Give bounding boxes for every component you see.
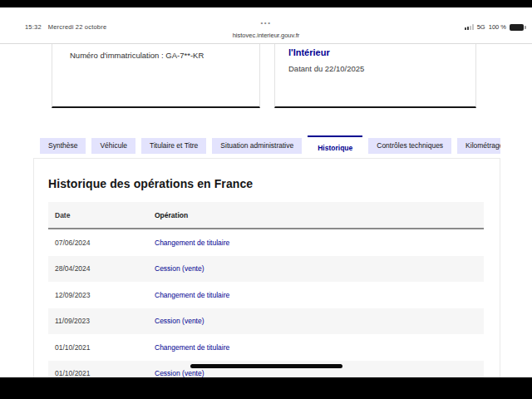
tab-historique[interactable]: Historique: [308, 135, 362, 158]
certificate-card: l'Intérieur Datant du 22/10/2025: [274, 44, 476, 108]
cell-operation: Cession (vente): [155, 264, 484, 273]
operation-link[interactable]: Cession (vente): [155, 264, 204, 273]
cell-date: 11/09/2023: [48, 317, 155, 325]
operations-table: Date Opération 07/06/2024Changement de t…: [48, 202, 484, 377]
cell-operation: Changement de titulaire: [155, 291, 484, 299]
cellular-signal-icon: [465, 24, 474, 30]
table-row: 28/04/2024Cession (vente): [48, 256, 484, 283]
cell-operation: Cession (vente): [155, 317, 484, 325]
registration-number-card: Numéro d'immatriculation : GA-7**-KR: [52, 44, 260, 108]
tab-overview-icon[interactable]: •••: [0, 19, 532, 27]
tab-kilometrage[interactable]: Kilométrage: [457, 138, 500, 154]
table-row: 01/10/2021Changement de titulaire: [48, 334, 484, 361]
cell-date: 28/04/2024: [48, 264, 155, 273]
cell-date: 01/10/2021: [48, 369, 155, 377]
cell-operation: Changement de titulaire: [155, 343, 484, 352]
operation-link[interactable]: Cession (vente): [155, 317, 204, 325]
operation-link[interactable]: Changement de titulaire: [155, 239, 229, 247]
status-indicators: 5G 100 %: [465, 23, 524, 31]
registration-number-text: Numéro d'immatriculation : GA-7**-KR: [70, 51, 204, 60]
tab-controles-techniques[interactable]: Contrôles techniques: [368, 138, 451, 154]
header-date: Date: [48, 211, 155, 219]
status-bar: 15:32 Mercredi 22 octobre ••• histovec.i…: [0, 7, 532, 44]
header-operation: Opération: [155, 211, 484, 219]
section-heading: Historique des opérations en France: [48, 177, 253, 190]
cell-date: 12/09/2023: [48, 291, 155, 299]
tab-synthese[interactable]: Synthèse: [40, 138, 86, 154]
certificate-card-title: l'Intérieur: [288, 47, 330, 57]
certificate-card-date: Datant du 22/10/2025: [288, 64, 364, 73]
table-row: 11/09/2023Cession (vente): [48, 308, 484, 335]
section-tabs: SynthèseVéhiculeTitulaire et TitreSituat…: [40, 134, 500, 158]
cell-operation: Changement de titulaire: [155, 239, 484, 247]
battery-icon: [510, 24, 524, 31]
table-row: 12/09/2023Changement de titulaire: [48, 282, 484, 308]
page-content: Numéro d'immatriculation : GA-7**-KR l'I…: [0, 44, 532, 377]
ipad-screen: 15:32 Mercredi 22 octobre ••• histovec.i…: [0, 0, 532, 399]
cell-date: 07/06/2024: [48, 239, 155, 247]
operation-link[interactable]: Changement de titulaire: [155, 343, 229, 352]
tab-situation-administrative[interactable]: Situation administrative: [212, 138, 302, 154]
table-body: 07/06/2024Changement de titulaire28/04/2…: [48, 229, 484, 377]
operation-link[interactable]: Changement de titulaire: [155, 291, 229, 299]
operation-link[interactable]: Cession (vente): [155, 369, 204, 377]
home-indicator[interactable]: [190, 364, 342, 368]
network-type-label: 5G: [477, 23, 485, 31]
tab-vehicule[interactable]: Véhicule: [91, 138, 135, 154]
address-bar-url[interactable]: histovec.interieur.gouv.fr: [0, 32, 532, 39]
table-row: 01/10/2021Cession (vente): [48, 361, 484, 378]
cell-date: 01/10/2021: [48, 343, 155, 352]
battery-percent-label: 100 %: [489, 23, 506, 31]
cell-operation: Cession (vente): [155, 369, 484, 377]
tab-titulaire-et-titre[interactable]: Titulaire et Titre: [141, 138, 206, 154]
historique-panel: Historique des opérations en France Date…: [33, 158, 500, 377]
table-row: 07/06/2024Changement de titulaire: [48, 229, 484, 256]
table-header-row: Date Opération: [48, 202, 484, 229]
